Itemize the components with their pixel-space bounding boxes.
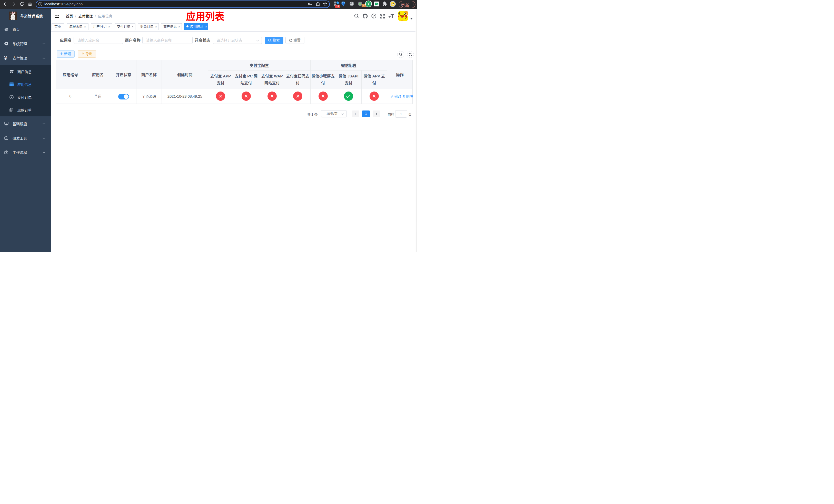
svg-text:Y: Y [367, 2, 370, 6]
